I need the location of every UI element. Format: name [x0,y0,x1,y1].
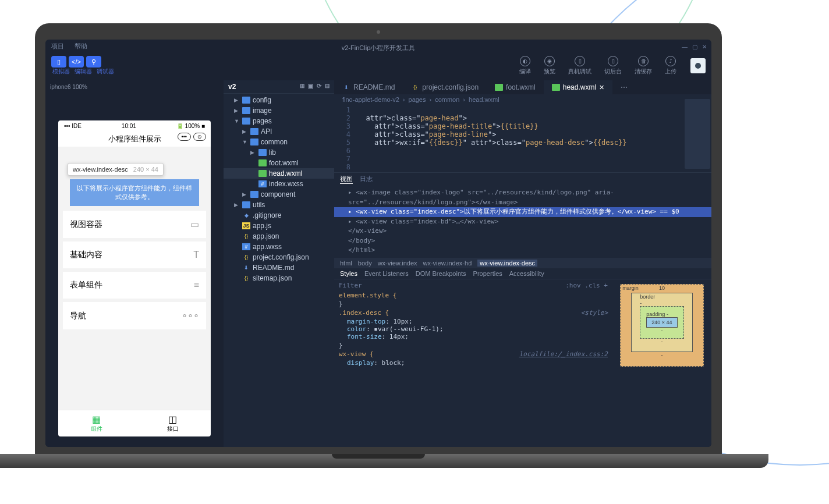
crumb-html[interactable]: html [340,260,352,267]
new-folder-icon[interactable]: ▣ [308,83,313,91]
compile-icon: ◐ [520,56,530,66]
json-icon: {} [242,233,250,240]
crumb-body[interactable]: body [358,260,372,267]
tab-api[interactable]: ◫接口 [134,410,211,436]
maximize-icon[interactable]: ▢ [692,44,697,50]
styles-body: Filter :hov .cls + element.style { } <st… [334,279,711,448]
mode-editor-icon[interactable]: </> [69,56,84,68]
compile-button[interactable]: ◐编译 [516,56,534,76]
mode-editor-label: 编辑器 [75,68,92,76]
file-app-json[interactable]: {}app.json [224,231,334,242]
folder-config[interactable]: ▶config [224,95,334,105]
file-foot-wxml[interactable]: foot.wxml [224,158,334,168]
folder-icon [242,201,250,208]
tab-component[interactable]: ▦组件 [58,410,134,436]
mode-debugger-label: 调试器 [97,68,114,76]
tab-project-config[interactable]: {}project.config.json [403,80,487,94]
capsule-more-icon[interactable]: ••• [178,133,191,141]
file-project-config[interactable]: {}project.config.json [224,252,334,262]
breadcrumb-item[interactable]: fino-applet-demo-v2 [342,96,399,103]
tab-properties[interactable]: Properties [473,270,502,277]
json-icon: {} [411,84,419,91]
code-editor[interactable]: 1 2 attr">class="page-head"> 3 attr">cla… [334,105,711,172]
phone-frame: ••• IDE 10:01 🔋 100% ■ 小程序组件展示 ••• ⊙ wx-… [58,120,211,436]
phone-status-bar: ••• IDE 10:01 🔋 100% ■ [58,120,211,132]
folder-icon [242,97,250,104]
list-item-basic[interactable]: 基础内容T [63,242,206,268]
tab-foot-wxml[interactable]: foot.wxml [487,80,544,94]
js-icon: JS [242,222,250,229]
inspector-tab-view[interactable]: 视图 [340,175,353,184]
list-item-container[interactable]: 视图容器▭ [63,211,206,238]
folder-lib[interactable]: ▶lib [224,147,334,158]
trash-icon: 🗑 [638,56,649,66]
refresh-icon[interactable]: ⟳ [317,83,321,91]
minimize-icon[interactable]: — [682,44,688,50]
tab-readme[interactable]: ⬇README.md [334,80,403,94]
collapse-icon[interactable]: ⊟ [325,83,330,91]
file-explorer: v2 ⊞ ▣ ⟳ ⊟ ▶config ▶image ▼pages ▶API ▼c… [224,80,334,447]
dom-tree[interactable]: ▸ <wx-image class="index-logo" src="../r… [334,186,711,258]
wxss-icon: # [242,243,250,250]
crumb-desc[interactable]: wx-view.index-desc [477,260,537,267]
minimap[interactable] [685,99,710,169]
filter-input[interactable]: Filter [339,282,362,289]
filter-hov-cls[interactable]: :hov .cls + [565,282,608,289]
file-app-wxss[interactable]: #app.wxss [224,242,334,252]
file-app-js[interactable]: JSapp.js [224,221,334,231]
mode-simulator-icon[interactable]: ▯ [51,56,66,68]
folder-icon [258,149,267,156]
breadcrumb-item[interactable]: common [435,96,459,103]
tab-dom-breakpoints[interactable]: DOM Breakpoints [416,270,466,277]
folder-icon [242,107,250,114]
folder-pages[interactable]: ▼pages [224,116,334,126]
editor-tabs: ⬇README.md {}project.config.json foot.wx… [334,80,711,94]
upload-button[interactable]: ⤴上传 [661,56,680,76]
close-icon[interactable]: ✕ [702,44,707,50]
app-title: 小程序组件展示 ••• ⊙ [58,132,211,147]
avatar[interactable] [690,58,706,73]
remote-debug-button[interactable]: ▯真机调试 [565,56,595,76]
mode-debugger-icon[interactable]: ⚲ [86,56,101,68]
crumb-hd[interactable]: wx-view.index-hd [423,260,472,267]
breadcrumb-item[interactable]: head.wxml [469,96,499,103]
crumb-index[interactable]: wx-view.index [378,260,417,267]
highlighted-desc[interactable]: 以下将展示小程序官方组件能力，组件样式仅供参考。 [70,179,199,206]
tab-close-icon[interactable]: ✕ [599,84,604,91]
file-readme[interactable]: ⬇README.md [224,262,334,273]
window-title: v2-FinClip小程序开发工具 — ▢ ✕ [45,44,711,54]
device-info: iphone6 100% [50,83,219,95]
folder-common[interactable]: ▼common [224,137,334,147]
project-root[interactable]: v2 ⊞ ▣ ⟳ ⊟ [224,80,334,94]
switch-icon: ▯ [608,56,618,66]
folder-image[interactable]: ▶image [224,105,334,116]
folder-icon [250,128,258,135]
style-rules[interactable]: Filter :hov .cls + element.style { } <st… [334,279,612,448]
box-model: margin 10 border - padding - 240 × 44 - … [612,279,711,448]
new-file-icon[interactable]: ⊞ [300,83,304,91]
tab-styles[interactable]: Styles [340,270,357,277]
tab-more[interactable]: ⋯ [612,80,636,94]
tab-head-wxml[interactable]: head.wxml✕ [544,80,612,94]
upload-icon: ⤴ [665,56,676,66]
component-icon: ▦ [58,414,134,425]
tab-accessibility[interactable]: Accessibility [509,270,544,277]
folder-component[interactable]: ▶component [224,189,334,200]
folder-api[interactable]: ▶API [224,126,334,137]
preview-button[interactable]: ◉预览 [540,56,559,76]
phone-content: wx-view.index-desc 240 × 44 以下将展示小程序官方组件… [58,147,211,410]
file-index-wxss[interactable]: #index.wxss [224,179,334,189]
background-button[interactable]: ▯切后台 [601,56,625,76]
simulator-panel: iphone6 100% ••• IDE 10:01 🔋 100% ■ 小程序组… [45,80,224,447]
inspector-tab-log[interactable]: 日志 [360,175,373,184]
clear-cache-button[interactable]: 🗑清缓存 [631,56,656,76]
capsule-close-icon[interactable]: ⊙ [193,133,206,141]
list-item-nav[interactable]: 导航∘∘∘ [63,302,206,329]
file-gitignore[interactable]: ◆.gitignore [224,210,334,221]
breadcrumb-item[interactable]: pages [409,96,426,103]
tab-event-listeners[interactable]: Event Listeners [364,270,409,277]
file-sitemap[interactable]: {}sitemap.json [224,273,334,283]
list-item-form[interactable]: 表单组件≡ [63,272,206,299]
folder-utils[interactable]: ▶utils [224,200,334,210]
file-head-wxml[interactable]: head.wxml [224,168,334,179]
